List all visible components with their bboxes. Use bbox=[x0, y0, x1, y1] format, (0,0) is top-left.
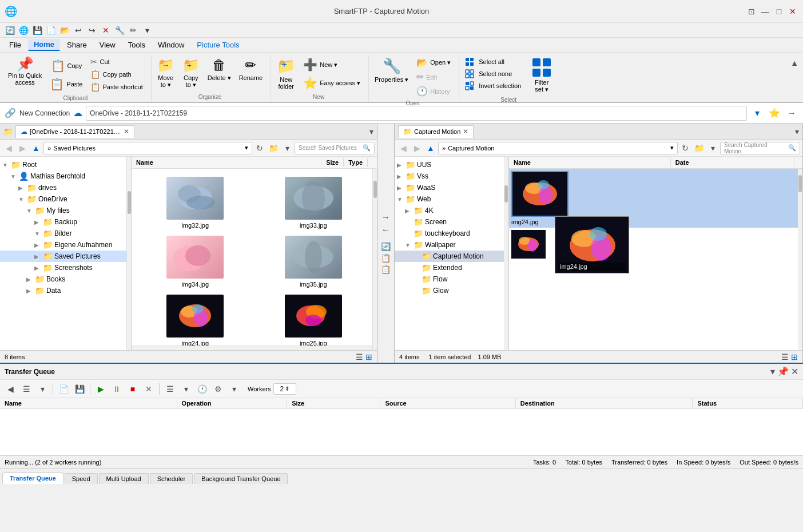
tq-save-button[interactable]: 💾 bbox=[73, 382, 86, 396]
tree-item-books[interactable]: ▶ 📁 Books bbox=[0, 273, 131, 285]
right-list-view-button[interactable]: ☰ bbox=[781, 352, 789, 362]
right-view-arrow[interactable]: ▾ bbox=[706, 142, 719, 154]
right-col-name[interactable]: Name bbox=[509, 158, 671, 167]
left-view-button[interactable]: 📁 bbox=[267, 142, 280, 154]
tq-col-operation[interactable]: Operation bbox=[177, 398, 288, 408]
right-pane-tab-dropdown[interactable]: ▾ bbox=[795, 127, 799, 136]
right-address-bar[interactable]: » Captured Motion ▾ bbox=[438, 142, 678, 154]
file-item-img24[interactable]: img24.jpg bbox=[136, 291, 255, 350]
right-grid-view-button[interactable]: ⊞ bbox=[791, 352, 798, 362]
minimize-button[interactable]: — bbox=[760, 6, 771, 17]
right-search-box[interactable]: Search Captured Motion 🔍 bbox=[720, 142, 800, 154]
file-item-img32[interactable]: img32.jpg bbox=[136, 173, 255, 232]
menu-picture-tools[interactable]: Picture Tools bbox=[191, 39, 245, 50]
tq-queue-arrow[interactable]: ▾ bbox=[179, 382, 193, 396]
tq-col-name[interactable]: Name bbox=[0, 398, 177, 408]
right-view-button[interactable]: 📁 bbox=[693, 142, 705, 154]
tq-add-button[interactable]: 📄 bbox=[57, 382, 70, 396]
right-file-item-img24-thumb2[interactable] bbox=[509, 228, 548, 261]
left-up-button[interactable]: ▲ bbox=[30, 142, 42, 154]
tree-item-root[interactable]: ▼ 📁 Root bbox=[0, 159, 131, 170]
new-item-button[interactable]: ➕ New ▾ bbox=[300, 56, 364, 73]
qa-more-icon[interactable]: ▾ bbox=[141, 24, 153, 37]
left-pane-tab[interactable]: ☁ [OneDrive - 2018-11-21T022159]... ✕ bbox=[15, 125, 134, 138]
transfer-left-button[interactable]: ← bbox=[381, 225, 391, 235]
tree-item-bilder[interactable]: ▼ 📁 Bilder bbox=[0, 228, 131, 239]
qa-undo-icon[interactable]: ↩ bbox=[72, 24, 85, 37]
tree-item-data[interactable]: ▶ 📁 Data bbox=[0, 285, 131, 296]
qa-open-icon[interactable]: 📂 bbox=[58, 24, 71, 37]
left-address-bar[interactable]: » Saved Pictures ▾ bbox=[43, 142, 252, 154]
tab-scheduler[interactable]: Scheduler bbox=[150, 473, 193, 484]
menu-window[interactable]: Window bbox=[152, 39, 190, 50]
transfer-right-button[interactable]: → bbox=[381, 212, 391, 223]
left-grid-view-button[interactable]: ⊞ bbox=[365, 352, 372, 362]
easy-access-button[interactable]: ⭐ Easy access ▾ bbox=[300, 74, 364, 92]
tree-item-uus[interactable]: ▶ 📁 UUS bbox=[395, 159, 508, 170]
tree-item-screen[interactable]: 📁 Screen bbox=[395, 216, 508, 228]
qa-delete-icon[interactable]: ✕ bbox=[100, 24, 112, 37]
tq-col-size[interactable]: Size bbox=[287, 398, 380, 408]
rename-button[interactable]: ✏ Rename bbox=[236, 55, 267, 84]
tq-stop-button[interactable]: ■ bbox=[126, 382, 140, 396]
close-button[interactable]: ✕ bbox=[787, 6, 798, 17]
right-refresh-button[interactable]: ↻ bbox=[679, 142, 691, 154]
transfer-copy-button[interactable]: 📋 bbox=[381, 253, 391, 263]
tree-item-drives[interactable]: ▶ 📁 drives bbox=[0, 182, 131, 193]
tree-item-extended[interactable]: 📁 Extended bbox=[395, 262, 508, 273]
menu-file[interactable]: File bbox=[3, 39, 27, 50]
left-col-size[interactable]: Size bbox=[321, 158, 344, 167]
file-item-img33[interactable]: img33.jpg bbox=[255, 173, 373, 232]
left-tree-scroll-thumb[interactable] bbox=[128, 191, 131, 214]
collapse-icon[interactable]: ▲ bbox=[788, 57, 801, 69]
right-col-date[interactable]: Date bbox=[671, 158, 794, 167]
right-file-item-img24-selected[interactable]: img24.jpg bbox=[509, 169, 802, 228]
tq-queue-button[interactable]: ☰ bbox=[163, 382, 177, 396]
tree-item-wallpaper[interactable]: ▼ 📁 Wallpaper bbox=[395, 239, 508, 251]
tq-close-button[interactable]: ✕ bbox=[791, 366, 798, 377]
left-back-button[interactable]: ◀ bbox=[2, 142, 15, 154]
properties-button[interactable]: 🔧 Properties ▾ bbox=[371, 55, 412, 86]
right-back-button[interactable]: ◀ bbox=[397, 142, 410, 154]
menu-tools[interactable]: Tools bbox=[122, 39, 151, 50]
tree-item-screenshots[interactable]: ▶ 📁 Screenshots bbox=[0, 262, 131, 273]
tq-start-button[interactable]: ▶ bbox=[94, 382, 108, 396]
qa-refresh-icon[interactable]: 🔄 bbox=[3, 24, 16, 37]
tq-pause-button[interactable]: ⏸ bbox=[110, 382, 124, 396]
left-pane-tab-close-button[interactable]: ✕ bbox=[124, 128, 129, 136]
file-item-img25[interactable]: img25.jpg bbox=[255, 291, 373, 350]
invert-selection-button[interactable]: Invert selection bbox=[462, 80, 524, 92]
left-col-type[interactable]: Type bbox=[344, 158, 368, 167]
fullscreen-button[interactable]: ⊡ bbox=[746, 6, 757, 17]
tab-speed[interactable]: Speed bbox=[65, 473, 98, 484]
tree-item-waas[interactable]: ▶ 📁 WaaS bbox=[395, 182, 508, 193]
ribbon-collapse[interactable]: ▲ bbox=[786, 55, 803, 102]
qa-save-icon[interactable]: 💾 bbox=[31, 24, 43, 37]
right-tree-scrollbar[interactable] bbox=[504, 157, 508, 350]
tq-col-destination[interactable]: Destination bbox=[516, 398, 693, 408]
tq-cancel-button[interactable]: ✕ bbox=[142, 382, 156, 396]
left-pane-tab-dropdown[interactable]: ▾ bbox=[369, 127, 373, 136]
qa-globe-icon[interactable]: 🌐 bbox=[17, 24, 30, 37]
maximize-button[interactable]: □ bbox=[773, 6, 785, 17]
new-folder-button[interactable]: 📁+ Newfolder bbox=[273, 55, 299, 92]
favorites-button[interactable]: ⭐ bbox=[768, 106, 781, 120]
right-pane-tab[interactable]: 📁 Captured Motion ✕ bbox=[398, 125, 474, 138]
filter-set-button[interactable]: Filterset ▾ bbox=[528, 55, 555, 96]
menu-home[interactable]: Home bbox=[28, 39, 60, 51]
tree-item-glow[interactable]: 📁 Glow bbox=[395, 285, 508, 296]
paste-shortcut-button[interactable]: 📋 Paste shortcut bbox=[87, 81, 146, 93]
copy-path-button[interactable]: 📋 Copy path bbox=[87, 69, 146, 80]
delete-button[interactable]: 🗑 Delete ▾ bbox=[204, 55, 234, 84]
transfer-sync-button[interactable]: 🔄 bbox=[381, 242, 391, 251]
tq-col-status[interactable]: Status bbox=[693, 398, 803, 408]
file-item-img35[interactable]: img35.jpg bbox=[255, 232, 373, 291]
tree-item-myfiles[interactable]: ▼ 📁 My files bbox=[0, 205, 131, 216]
copy-button[interactable]: 📋 Copy bbox=[47, 57, 86, 74]
left-list-view-button[interactable]: ☰ bbox=[356, 352, 363, 362]
tree-item-4k[interactable]: ▶ 📁 4K bbox=[395, 205, 508, 216]
qa-settings-icon[interactable]: 🔧 bbox=[113, 24, 126, 37]
nav-forward-button[interactable]: → bbox=[785, 106, 798, 120]
tab-transfer-queue[interactable]: Transfer Queue bbox=[2, 473, 63, 484]
right-up-button[interactable]: ▲ bbox=[424, 142, 437, 154]
